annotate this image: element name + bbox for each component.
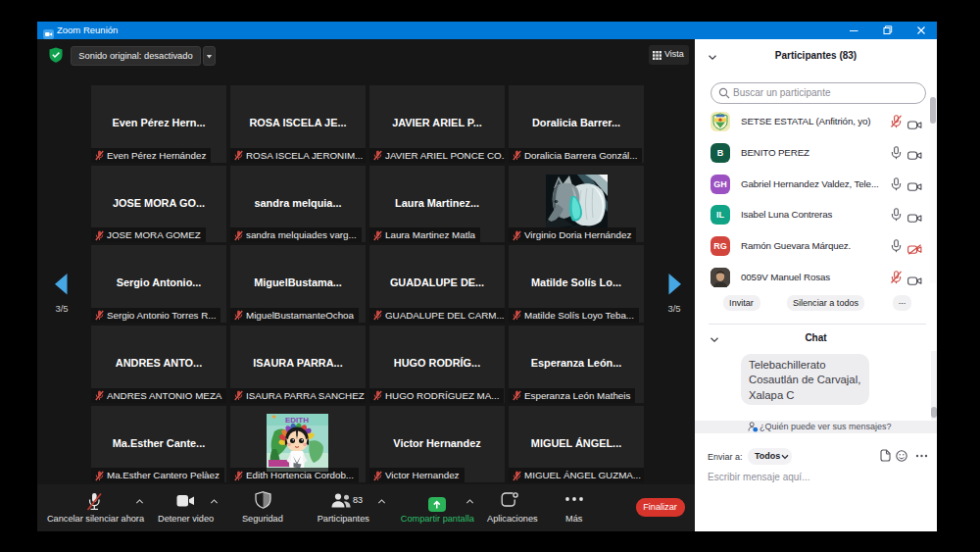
- svg-text:EDITH: EDITH: [285, 415, 309, 424]
